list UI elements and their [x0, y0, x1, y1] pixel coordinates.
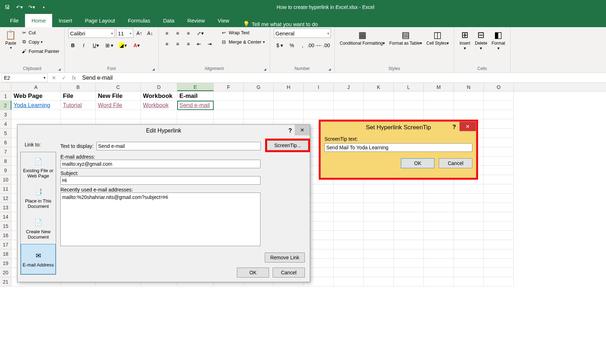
cell[interactable]: [394, 240, 424, 249]
hyperlink-cancel-button[interactable]: Cancel: [273, 268, 305, 278]
cell[interactable]: [454, 277, 484, 286]
tab-insert[interactable]: Insert: [52, 14, 79, 27]
rowhead-10[interactable]: 10: [0, 175, 11, 184]
cell[interactable]: [364, 184, 394, 194]
cell[interactable]: [334, 101, 364, 110]
percent-format-icon[interactable]: %: [287, 41, 297, 50]
cell[interactable]: [61, 110, 96, 119]
colhead-L[interactable]: L: [394, 83, 424, 91]
tab-home[interactable]: Home: [25, 14, 52, 27]
cell[interactable]: [484, 249, 514, 259]
cell[interactable]: [364, 110, 394, 119]
cell[interactable]: Workbook: [141, 101, 177, 110]
cell[interactable]: [364, 231, 394, 240]
cell[interactable]: [244, 91, 274, 101]
qat-customize-icon[interactable]: ▾: [39, 3, 48, 11]
cell[interactable]: [454, 212, 484, 221]
colhead-E[interactable]: E: [177, 83, 214, 91]
rowhead-18[interactable]: 18: [0, 249, 11, 259]
cell[interactable]: [454, 110, 484, 119]
align-center-icon[interactable]: ≡: [173, 39, 182, 49]
format-as-table-button[interactable]: ▤Format as Table▾: [388, 29, 423, 46]
number-format-combo[interactable]: General▾: [274, 29, 331, 38]
colhead-M[interactable]: M: [424, 83, 454, 91]
cell[interactable]: [96, 110, 141, 119]
cut-button[interactable]: ✂Cut: [19, 29, 61, 36]
cell[interactable]: [274, 110, 304, 119]
cell[interactable]: [454, 259, 484, 268]
cell[interactable]: [424, 240, 454, 249]
screentip-text-field[interactable]: [324, 143, 472, 152]
cell[interactable]: [334, 277, 364, 286]
cell[interactable]: [424, 221, 454, 231]
colhead-G[interactable]: G: [244, 83, 274, 91]
undo-icon[interactable]: ↶▾: [15, 3, 24, 11]
cell[interactable]: E-mail: [177, 91, 214, 101]
cell[interactable]: [394, 91, 424, 101]
borders-button[interactable]: ⊞ ▾: [103, 41, 115, 50]
cell[interactable]: [364, 91, 394, 101]
rowhead-9[interactable]: 9: [0, 166, 11, 175]
cell[interactable]: [424, 101, 454, 110]
redo-icon[interactable]: ↷▾: [27, 3, 36, 11]
screentip-close-button[interactable]: ✕: [460, 122, 476, 131]
cell[interactable]: Workbook: [141, 91, 177, 101]
cell[interactable]: [334, 184, 364, 194]
cell[interactable]: [141, 110, 177, 119]
colhead-D[interactable]: D: [141, 83, 177, 91]
rowhead-2[interactable]: 2: [0, 101, 11, 110]
cell[interactable]: [484, 212, 514, 221]
cell[interactable]: [364, 249, 394, 259]
hyperlink-ok-button[interactable]: OK: [237, 268, 269, 278]
screentip-ok-button[interactable]: OK: [401, 158, 434, 168]
cell[interactable]: [454, 268, 484, 277]
rowhead-1[interactable]: 1: [0, 91, 11, 101]
colhead-I[interactable]: I: [304, 83, 334, 91]
cell[interactable]: [484, 156, 514, 166]
cell[interactable]: [454, 91, 484, 101]
font-color-button[interactable]: A▾: [130, 41, 143, 50]
increase-font-icon[interactable]: A↑: [135, 29, 144, 38]
rowhead-4[interactable]: 4: [0, 119, 11, 129]
cell[interactable]: [334, 221, 364, 231]
text-to-display-field[interactable]: [96, 142, 261, 150]
rowhead-19[interactable]: 19: [0, 259, 11, 268]
cell[interactable]: [484, 203, 514, 212]
fx-icon[interactable]: fx: [69, 73, 79, 83]
wrap-text-button[interactable]: ↩Wrap Text: [219, 29, 266, 36]
cell[interactable]: [484, 91, 514, 101]
linkto-place-in-doc[interactable]: 📑Place in This Document: [21, 183, 56, 214]
cell[interactable]: [454, 184, 484, 194]
select-all-corner[interactable]: [0, 83, 11, 91]
rowhead-3[interactable]: 3: [0, 110, 11, 119]
tab-view[interactable]: View: [211, 14, 235, 27]
bold-button[interactable]: B: [68, 41, 78, 50]
cell[interactable]: [424, 194, 454, 203]
cell[interactable]: [454, 203, 484, 212]
cell[interactable]: [424, 259, 454, 268]
cell[interactable]: [177, 110, 214, 119]
save-icon[interactable]: 🖫: [3, 3, 11, 11]
cell[interactable]: [244, 110, 274, 119]
cell[interactable]: [214, 110, 244, 119]
cell[interactable]: [484, 277, 514, 286]
rowhead-15[interactable]: 15: [0, 221, 11, 231]
cancel-entry-icon[interactable]: ✕: [49, 73, 59, 83]
cell[interactable]: [334, 212, 364, 221]
linkto-email-address[interactable]: ✉E-mail Address: [21, 244, 56, 275]
cell[interactable]: File: [61, 91, 96, 101]
insert-cells-button[interactable]: ⊞Insert▾: [458, 29, 472, 52]
rowhead-6[interactable]: 6: [0, 138, 11, 147]
cell[interactable]: [394, 268, 424, 277]
cell[interactable]: [364, 259, 394, 268]
cell[interactable]: [424, 203, 454, 212]
cell[interactable]: [484, 175, 514, 184]
cell[interactable]: [394, 203, 424, 212]
tab-data[interactable]: Data: [157, 14, 181, 27]
number-launcher-icon[interactable]: ◢: [328, 68, 331, 71]
increase-decimal-icon[interactable]: .00→: [309, 41, 318, 50]
underline-button[interactable]: U ▾: [90, 41, 102, 50]
cell[interactable]: [274, 91, 304, 101]
cell[interactable]: [454, 221, 484, 231]
tab-review[interactable]: Review: [181, 14, 211, 27]
